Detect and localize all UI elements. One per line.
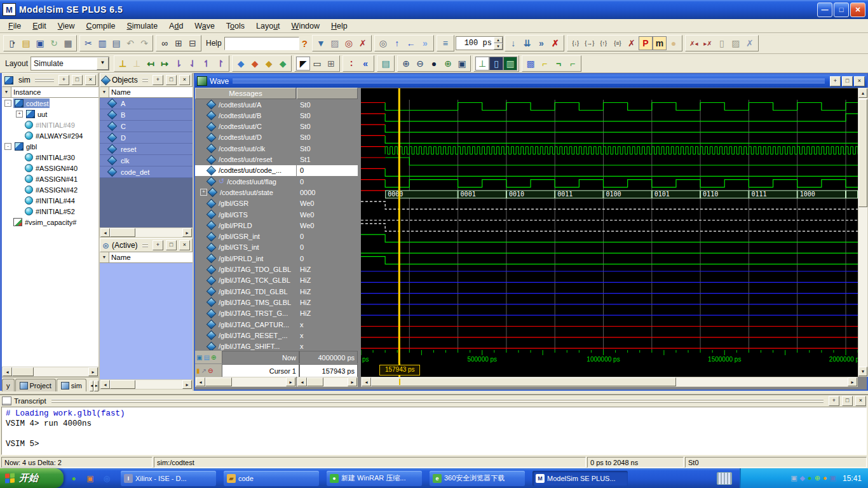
scroll-right-arrow[interactable]: ▸: [182, 228, 192, 237]
next-falling-button[interactable]: ⇃: [186, 57, 200, 71]
expand-button[interactable]: ⊞: [172, 36, 186, 50]
zoom-out-button[interactable]: ⊖: [413, 57, 427, 71]
timeline-ruler[interactable]: ps500000 ps1000000 ps1500000 ps2000000 p…: [361, 350, 858, 363]
edge-green-down-button[interactable]: ⌐: [566, 57, 580, 71]
tab-project[interactable]: Project: [15, 379, 56, 391]
wave-signal-value[interactable]: St1: [297, 154, 358, 165]
wave-signal-name[interactable]: /glbl/JTAG_TRST_G...: [195, 308, 296, 319]
menu-help[interactable]: Help: [325, 20, 353, 32]
cut-button[interactable]: ✂: [81, 36, 95, 50]
language-keyboard-icon[interactable]: [717, 472, 732, 485]
wave-signal-name[interactable]: /glbl/JTAG_TMS_GLBL: [195, 297, 296, 308]
object-row-reset[interactable]: reset: [100, 144, 193, 155]
help-search-button[interactable]: ?: [302, 38, 308, 49]
run-up-button[interactable]: ↑: [390, 36, 404, 50]
wave-add-button[interactable]: +: [830, 76, 841, 86]
matrix-button[interactable]: ▨: [328, 36, 342, 50]
wave-signal-value[interactable]: 0000: [297, 187, 358, 198]
tree-item-INITIAL52[interactable]: #INITIAL#52: [2, 206, 98, 217]
reload-button[interactable]: ↻: [47, 36, 61, 50]
menu-compile[interactable]: Compile: [81, 20, 121, 32]
object-row-clk[interactable]: clk: [100, 155, 193, 166]
profile-performance-button[interactable]: P: [639, 36, 653, 50]
wave-titlebar[interactable]: Wave + □ ×: [195, 74, 867, 88]
wave-signal-name[interactable]: /glbl/PRLD_int: [195, 253, 296, 264]
sim-panel-close-button[interactable]: ×: [85, 75, 96, 85]
object-row-A[interactable]: A: [100, 98, 193, 109]
run-length-button[interactable]: ≡: [438, 36, 452, 50]
insert-cursor-button[interactable]: ⊥: [116, 57, 130, 71]
wave-signal-value[interactable]: St0: [297, 132, 358, 143]
scroll-left-arrow[interactable]: ◂: [297, 377, 307, 386]
wave-signal-name[interactable]: +/codtest/uut/state: [195, 187, 296, 198]
run-continue-button[interactable]: ⇊: [520, 36, 534, 50]
wave-signal-value[interactable]: 0: [297, 231, 358, 242]
delete-wave-button[interactable]: ✗: [356, 36, 370, 50]
undo-button[interactable]: ↶: [123, 36, 137, 50]
step-current-button[interactable]: {≡}: [611, 36, 625, 50]
spin-up-button[interactable]: ▲: [494, 37, 503, 43]
dropdown-arrow-icon[interactable]: ▾: [13, 41, 15, 46]
zoom-in-button[interactable]: ⊕: [399, 57, 413, 71]
expanded-time-delta-button[interactable]: ▯: [489, 57, 503, 71]
tabs-scroll-right[interactable]: ▸: [94, 381, 98, 391]
scroll-left-arrow[interactable]: ◂: [362, 377, 371, 386]
waveform-canvas[interactable]: 000000010010001101000101011001111000: [361, 88, 858, 351]
tray-security-icon[interactable]: ▣: [830, 474, 836, 482]
maximize-button[interactable]: □: [834, 3, 849, 17]
transcript-grip[interactable]: [51, 399, 824, 403]
wave-signal-name[interactable]: /glbl/GSR: [195, 198, 296, 209]
transcript-close-button[interactable]: ×: [855, 396, 866, 406]
tree-item-codtest[interactable]: -codtest: [2, 98, 98, 109]
object-row-C[interactable]: C: [100, 121, 193, 132]
expanded-time-off-button[interactable]: ⊥: [475, 57, 489, 71]
column-filter-icon[interactable]: ▼: [100, 252, 109, 262]
stop-sign-button[interactable]: ∶: [344, 57, 358, 71]
profile-memory-button[interactable]: m: [653, 36, 667, 50]
objects-panel-undock-button[interactable]: □: [166, 75, 177, 85]
memory-reload-button[interactable]: ◆: [276, 57, 290, 71]
tab-sim[interactable]: sim: [57, 379, 86, 391]
step-out-button[interactable]: {↑}: [597, 36, 611, 50]
add-time-icon[interactable]: ⊕: [211, 354, 216, 361]
wave-signal-value[interactable]: x: [297, 330, 358, 341]
edge-yellow-button[interactable]: ⌐: [538, 57, 552, 71]
tree-item-ASSIGN40[interactable]: #ASSIGN#40: [2, 163, 98, 173]
wave-signal-value[interactable]: 0: [297, 176, 358, 187]
lock-icon[interactable]: ▮: [196, 367, 200, 374]
scroll-thumb[interactable]: [858, 99, 867, 207]
find-button[interactable]: ∞: [158, 36, 172, 50]
menu-view[interactable]: View: [52, 20, 81, 32]
wave-signal-name[interactable]: /codtest/uut/D: [195, 132, 296, 143]
wave-signal-value[interactable]: St0: [297, 110, 358, 121]
menu-wave[interactable]: Wave: [189, 20, 220, 32]
minimize-button[interactable]: —: [817, 3, 832, 17]
close-button[interactable]: ✕: [850, 3, 865, 17]
column-filter-icon[interactable]: ▼: [2, 87, 11, 97]
bus-expander-icon[interactable]: +: [200, 189, 207, 196]
tree-expander-icon[interactable]: +: [16, 111, 23, 118]
wave-signal-value[interactable]: We0: [297, 198, 358, 209]
prev-falling-button[interactable]: ⇂: [172, 57, 186, 71]
wrench-icon[interactable]: ↗: [201, 367, 207, 374]
quicklaunch-browser-icon[interactable]: ●: [67, 472, 80, 485]
run-length-input[interactable]: 100 ps: [456, 39, 494, 48]
start-button[interactable]: 开始: [0, 468, 64, 488]
scroll-thumb[interactable]: [307, 377, 323, 386]
zoom-range-button[interactable]: ⊕: [441, 57, 455, 71]
active-horizontal-scrollbar[interactable]: ◂ ▸: [100, 379, 193, 390]
restart-button[interactable]: ◎: [376, 36, 390, 50]
select-mode-button[interactable]: ◤: [296, 57, 310, 71]
wave-signal-value[interactable]: HiZ: [297, 286, 358, 297]
wave-signal-name[interactable]: ↺/codtest/uut/flag: [195, 176, 296, 187]
step-into-button[interactable]: {↓}: [569, 36, 583, 50]
wave-signal-value[interactable]: We0: [297, 220, 358, 231]
wave-signal-value[interactable]: x: [297, 341, 358, 350]
wave-signal-name[interactable]: /glbl/JTAG_CAPTUR...: [195, 319, 296, 330]
wave-signal-name[interactable]: /glbl/GSR_int: [195, 231, 296, 242]
tree-item-ALWAYS294[interactable]: #ALWAYS#294: [2, 130, 98, 141]
names-horizontal-scrollbar[interactable]: ◂ ▸: [195, 377, 296, 387]
wave-signal-name[interactable]: /glbl/JTAG_RESET_...: [195, 330, 296, 341]
combo-dropdown-button[interactable]: ▼: [97, 57, 109, 70]
save-button[interactable]: ▣: [33, 36, 47, 50]
